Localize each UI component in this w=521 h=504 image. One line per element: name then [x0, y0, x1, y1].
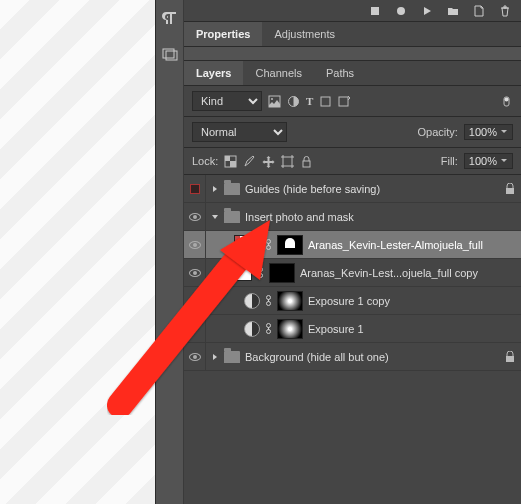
tab-paths[interactable]: Paths — [314, 61, 366, 85]
layer-thumbnail[interactable] — [234, 265, 252, 281]
folder-icon — [224, 183, 240, 195]
visibility-toggle[interactable] — [184, 315, 206, 343]
panels: Properties Adjustments Layers Channels P… — [184, 0, 521, 504]
visibility-toggle[interactable] — [184, 231, 206, 259]
lock-transparency-icon[interactable] — [224, 155, 237, 168]
svg-rect-1 — [166, 51, 177, 60]
layer-name[interactable]: Background (hide all but one) — [245, 351, 500, 363]
lock-icon — [505, 351, 515, 363]
stop-icon[interactable] — [369, 5, 381, 17]
tabrow-properties: Properties Adjustments — [184, 22, 521, 47]
visibility-toggle[interactable] — [184, 287, 206, 315]
eye-icon — [189, 269, 201, 277]
paragraph-icon[interactable] — [162, 10, 178, 26]
filter-type-icon[interactable]: T — [306, 95, 313, 107]
pictures-icon[interactable] — [162, 46, 178, 62]
svg-rect-7 — [321, 97, 330, 106]
chevron-right-icon[interactable] — [211, 353, 219, 361]
link-icon[interactable] — [265, 323, 272, 334]
layer-photo-copy[interactable]: Aranas_Kevin-Lest...ojuela_full copy — [184, 259, 521, 287]
filter-adjust-icon[interactable] — [287, 95, 300, 108]
link-icon[interactable] — [265, 295, 272, 306]
svg-rect-16 — [506, 188, 514, 194]
canvas-area — [0, 0, 155, 504]
svg-point-3 — [397, 7, 405, 15]
visibility-toggle[interactable] — [184, 343, 206, 371]
svg-rect-12 — [225, 156, 230, 161]
folder-icon[interactable] — [447, 5, 459, 17]
mask-thumbnail[interactable] — [277, 319, 303, 339]
svg-rect-13 — [230, 161, 236, 167]
eye-icon — [189, 297, 201, 305]
opacity-value[interactable]: 100% — [464, 124, 513, 140]
eye-icon — [189, 241, 201, 249]
layer-exposure[interactable]: Exposure 1 — [184, 315, 521, 343]
chevron-right-icon[interactable] — [211, 185, 219, 193]
fill-value[interactable]: 100% — [464, 153, 513, 169]
svg-rect-8 — [339, 97, 348, 106]
tabrow-layers: Layers Channels Paths — [184, 61, 521, 86]
folder-icon — [224, 211, 240, 223]
tab-channels[interactable]: Channels — [243, 61, 313, 85]
svg-point-20 — [259, 268, 263, 272]
tab-adjustments[interactable]: Adjustments — [262, 22, 347, 46]
filter-shape-icon[interactable] — [319, 95, 332, 108]
play-icon[interactable] — [421, 5, 433, 17]
filter-kind-select[interactable]: Kind — [192, 91, 262, 111]
layer-name[interactable]: Exposure 1 — [308, 323, 515, 335]
eye-icon — [189, 353, 201, 361]
svg-rect-0 — [163, 49, 174, 58]
mask-thumbnail[interactable] — [277, 291, 303, 311]
svg-rect-29 — [506, 356, 514, 362]
visibility-toggle[interactable] — [184, 203, 206, 231]
panel-area: Properties Adjustments Layers Channels P… — [155, 0, 521, 504]
svg-point-26 — [267, 324, 271, 328]
lock-move-icon[interactable] — [262, 155, 275, 168]
layer-name[interactable]: Aranas_Kevin-Lester-Almojuela_full — [308, 239, 515, 251]
filter-image-icon[interactable] — [268, 95, 281, 108]
chevron-down-icon[interactable] — [211, 213, 219, 221]
blend-mode-select[interactable]: Normal — [192, 122, 287, 142]
adjustment-icon — [244, 321, 260, 337]
visibility-toggle[interactable] — [184, 175, 206, 203]
filter-smart-icon[interactable] — [338, 95, 351, 108]
lock-row: Lock: Fill: 100% — [184, 148, 521, 175]
layer-name[interactable]: Guides (hide before saving) — [245, 183, 500, 195]
lock-artboard-icon[interactable] — [281, 155, 294, 168]
blend-row: Normal Opacity: 100% — [184, 117, 521, 148]
mask-thumbnail[interactable] — [277, 235, 303, 255]
svg-point-27 — [267, 330, 271, 334]
link-icon[interactable] — [265, 239, 272, 250]
layer-list: Guides (hide before saving) Insert photo… — [184, 175, 521, 504]
layer-name[interactable]: Insert photo and mask — [245, 211, 515, 223]
trash-icon[interactable] — [499, 5, 511, 17]
svg-rect-14 — [283, 157, 292, 166]
layer-thumbnail[interactable] — [234, 235, 260, 255]
layer-name[interactable]: Exposure 1 copy — [308, 295, 515, 307]
panel-dock — [156, 0, 184, 504]
record-icon[interactable] — [395, 5, 407, 17]
layer-exposure-copy[interactable]: Exposure 1 copy — [184, 287, 521, 315]
opacity-label: Opacity: — [418, 126, 458, 138]
svg-point-18 — [267, 246, 271, 250]
tab-properties[interactable]: Properties — [184, 22, 262, 46]
fill-label: Fill: — [441, 155, 458, 167]
lock-brush-icon[interactable] — [243, 155, 256, 168]
filter-switch-icon[interactable] — [500, 95, 513, 108]
new-icon[interactable] — [473, 5, 485, 17]
lock-icon — [505, 183, 515, 195]
visibility-toggle[interactable] — [184, 259, 206, 287]
layer-group-guides[interactable]: Guides (hide before saving) — [184, 175, 521, 203]
link-icon[interactable] — [257, 267, 264, 278]
layer-group-insert[interactable]: Insert photo and mask — [184, 203, 521, 231]
layer-photo-selected[interactable]: Aranas_Kevin-Lester-Almojuela_full — [184, 231, 521, 259]
tab-layers[interactable]: Layers — [184, 61, 243, 85]
action-bar — [184, 0, 521, 22]
mask-thumbnail[interactable] — [269, 263, 295, 283]
hidden-icon — [190, 184, 200, 194]
lock-all-icon[interactable] — [300, 155, 313, 168]
svg-point-17 — [267, 240, 271, 244]
svg-point-23 — [267, 296, 271, 300]
layer-group-background[interactable]: Background (hide all but one) — [184, 343, 521, 371]
layer-name[interactable]: Aranas_Kevin-Lest...ojuela_full copy — [300, 267, 515, 279]
